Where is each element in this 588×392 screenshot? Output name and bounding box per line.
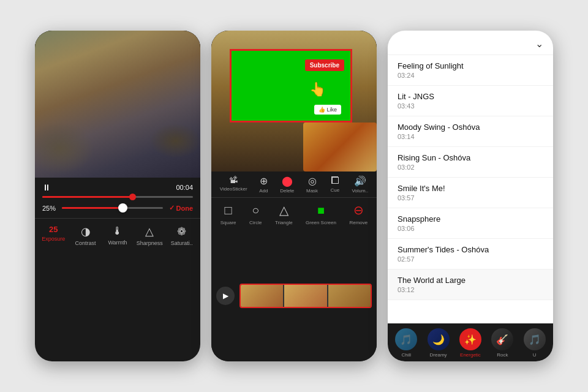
s2-play-button[interactable]: ▶ — [216, 287, 235, 305]
s3-mood-unknown[interactable]: 🎵 U — [524, 328, 546, 358]
s2-cue-item[interactable]: ⧠ Cue — [330, 175, 340, 194]
s2-square-icon: □ — [225, 203, 232, 217]
s3-song-title-5: Snapsphere — [398, 214, 543, 224]
s2-greenscreen-icon: ■ — [317, 203, 325, 217]
s2-circle-label: Circle — [249, 220, 262, 225]
s1-zoom-row: 25% ✓ Done — [42, 204, 193, 216]
s2-square-label: Square — [221, 220, 236, 225]
s1-tool-saturation[interactable]: ❁ Saturati.. — [168, 225, 195, 246]
s1-sharpness-label: Sharpness — [137, 240, 163, 246]
s3-song-title-1: Lit - JNGS — [398, 92, 543, 101]
s1-progress-bar[interactable] — [42, 196, 193, 198]
s2-add-icon: ⊕ — [260, 175, 268, 187]
s2-greenscreen-shape[interactable]: ■ Green Screen — [306, 203, 336, 225]
s1-zoom-slider[interactable] — [62, 207, 162, 209]
s2-mask-item[interactable]: ◎ Mask — [306, 175, 318, 194]
s3-mood-energetic[interactable]: ✨ Energetic — [459, 328, 481, 358]
s1-tool-contrast[interactable]: ◑ Contrast — [72, 225, 99, 246]
s2-triangle-icon: △ — [279, 203, 288, 217]
s1-warmth-label: Warmth — [108, 239, 127, 246]
s3-song-title-3: Rising Sun - Oshóva — [398, 153, 543, 162]
s1-tool-sharpness[interactable]: △ Sharpness — [136, 225, 163, 246]
s1-zoom-label: 25% — [42, 205, 56, 212]
s2-triangle-label: Triangle — [275, 220, 293, 225]
list-item[interactable]: Snapsphere 03:06 — [388, 208, 553, 239]
s3-mood-bar: 🎵 Chill 🌙 Dreamy ✨ Energetic 🎸 Rock 🎵 U — [388, 323, 553, 361]
list-item[interactable]: Summer's Tides - Oshóva 02:57 — [388, 239, 553, 270]
s2-filmstrip — [239, 284, 372, 308]
s2-filmstrip-cell-2 — [284, 285, 326, 307]
s1-saturation-label: Saturati.. — [171, 240, 193, 246]
s2-videosticker-label: VideoSticker — [220, 186, 247, 192]
s2-subscribe-label: Subscribe — [310, 62, 339, 69]
s1-warmth-icon: 🌡 — [112, 225, 123, 238]
s1-exposure-value: 25 — [49, 225, 58, 234]
s3-dreamy-icon: 🌙 — [428, 328, 450, 350]
s3-energetic-icon: ✨ — [459, 328, 481, 350]
s1-done-button[interactable]: ✓ Done — [169, 204, 194, 212]
s3-mood-rock[interactable]: 🎸 Rock — [491, 328, 513, 358]
s2-timeline: ▶ — [211, 230, 377, 361]
screen2-frame: Subscribe 👍 Like 👆 📽 VideoSticker ⊕ Add … — [211, 31, 377, 361]
list-item[interactable]: Moody Swing - Oshóva 03:14 — [388, 116, 553, 147]
s2-filmstrip-cell-1 — [241, 285, 283, 307]
s3-song-duration-3: 03:02 — [398, 164, 543, 171]
s3-unknown-icon: 🎵 — [524, 328, 546, 350]
s2-volume-icon: 🔊 — [354, 175, 366, 187]
s3-song-title-2: Moody Swing - Oshóva — [398, 123, 543, 132]
s1-exposure-label: Exposure — [42, 236, 65, 242]
list-item[interactable]: Rising Sun - Oshóva 03:02 — [388, 147, 553, 178]
s1-tool-exposure[interactable]: 25 Exposure — [40, 225, 67, 246]
s2-like-button: 👍 Like — [314, 105, 341, 115]
s2-mask-label: Mask — [306, 188, 318, 194]
s3-song-duration-1: 03:43 — [398, 102, 543, 110]
s3-song-duration-0: 03:24 — [398, 72, 543, 79]
s2-add-label: Add — [259, 188, 268, 194]
s2-volume-item[interactable]: 🔊 Volum.. — [352, 175, 368, 194]
s3-song-list: Feeling of Sunlight 03:24 Lit - JNGS 03:… — [388, 55, 553, 323]
s2-video-preview: Subscribe 👍 Like 👆 — [211, 31, 377, 172]
s3-song-title-6: Summer's Tides - Oshóva — [398, 245, 543, 254]
s2-add-item[interactable]: ⊕ Add — [259, 175, 268, 194]
s3-header: ⌄ — [388, 31, 553, 55]
list-item[interactable]: The World at Large 03:12 — [388, 270, 553, 300]
list-item[interactable]: Feeling of Sunlight 03:24 — [388, 55, 553, 86]
s3-song-duration-6: 02:57 — [398, 255, 543, 263]
s3-mood-dreamy[interactable]: 🌙 Dreamy — [428, 328, 450, 358]
s2-delete-item[interactable]: ⬤ Delete — [280, 175, 294, 194]
list-item[interactable]: Smile It's Me! 03:57 — [388, 178, 553, 208]
s2-thumbsup-icon: 👍 — [318, 107, 325, 113]
s1-sharpness-icon: △ — [145, 225, 154, 238]
s3-chill-icon: 🎵 — [395, 328, 417, 350]
s1-zoom-fill — [62, 207, 127, 209]
s2-square-shape[interactable]: □ Square — [221, 203, 236, 225]
s2-green-screen-overlay[interactable]: Subscribe 👍 Like 👆 — [230, 49, 352, 123]
s3-dreamy-label: Dreamy — [430, 352, 447, 358]
s3-chevron-down-icon[interactable]: ⌄ — [535, 38, 543, 50]
s1-zoom-thumb — [118, 203, 127, 213]
s1-progress-fill — [42, 196, 133, 198]
s3-song-duration-7: 03:12 — [398, 286, 543, 293]
s1-pause-icon[interactable]: ⏸ — [42, 183, 51, 192]
s1-timecode: 00:04 — [176, 184, 193, 191]
s2-triangle-shape[interactable]: △ Triangle — [275, 203, 293, 225]
s1-contrast-icon: ◑ — [81, 225, 91, 238]
s2-circle-shape[interactable]: ○ Circle — [249, 203, 262, 225]
list-item[interactable]: Lit - JNGS 03:43 — [388, 86, 553, 116]
s3-song-title-0: Feeling of Sunlight — [398, 61, 543, 70]
s2-remove-shape[interactable]: ⊖ Remove — [349, 203, 368, 225]
s2-videosticker-item[interactable]: 📽 VideoSticker — [220, 175, 247, 194]
screens-container: ⏸ 00:04 25% ✓ Done 25 Exposur — [23, 18, 565, 374]
s1-editing-toolbar: 25 Exposure ◑ Contrast 🌡 Warmth △ Sharpn… — [35, 218, 200, 250]
s2-subscribe-button: Subscribe — [305, 59, 344, 71]
s3-rock-label: Rock — [497, 352, 508, 358]
s2-cursor-icon: 👆 — [309, 81, 326, 97]
s1-tool-warmth[interactable]: 🌡 Warmth — [104, 225, 131, 246]
s2-remove-label: Remove — [349, 220, 368, 225]
s2-greenscreen-label: Green Screen — [306, 220, 336, 225]
s1-done-label: Done — [176, 205, 194, 212]
s2-filmstrip-cell-3 — [328, 285, 371, 307]
s2-cue-label: Cue — [330, 187, 339, 193]
s3-mood-chill[interactable]: 🎵 Chill — [395, 328, 417, 358]
s1-time-row: ⏸ 00:04 — [42, 183, 193, 192]
